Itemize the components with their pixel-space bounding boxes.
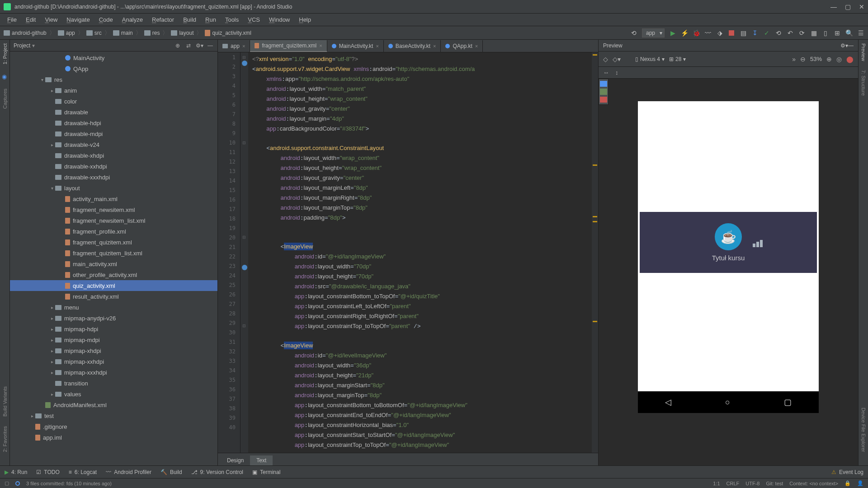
tree-item[interactable]: drawable-xhdpi bbox=[10, 150, 217, 161]
status-line-ending[interactable]: CRLF bbox=[726, 481, 740, 486]
apply-changes-icon[interactable]: ⚡ bbox=[681, 29, 688, 37]
zoom-fit-icon[interactable]: ◎ bbox=[836, 56, 842, 63]
tree-item[interactable]: QApp bbox=[10, 63, 217, 74]
tree-item[interactable]: ▸anim bbox=[10, 85, 217, 96]
tree-item[interactable]: ▸mipmap-xhdpi bbox=[10, 345, 217, 356]
menu-edit[interactable]: Edit bbox=[21, 14, 40, 25]
close-button[interactable]: ✕ bbox=[859, 3, 864, 10]
close-tab-icon[interactable]: × bbox=[376, 43, 378, 49]
status-git-branch[interactable]: Git: test bbox=[766, 481, 783, 486]
project-structure-icon[interactable]: ⊞ bbox=[834, 29, 841, 37]
bottom-logcat[interactable]: ≡ 6: Logcat bbox=[69, 469, 97, 475]
vcs-commit-icon[interactable]: ✓ bbox=[763, 29, 770, 37]
vcs-revert-icon[interactable]: ↶ bbox=[787, 29, 794, 37]
menu-file[interactable]: File bbox=[3, 14, 21, 25]
tree-item[interactable]: quiz_activity.xml bbox=[10, 280, 217, 291]
devices-icon[interactable]: ▯ bbox=[822, 29, 829, 37]
tab-captures[interactable]: Captures bbox=[2, 89, 8, 109]
tree-item[interactable]: main_activity.xml bbox=[10, 258, 217, 269]
bottom-run[interactable]: ▶4: Run bbox=[5, 469, 27, 475]
collapse-all-icon[interactable]: ⊕ bbox=[174, 42, 181, 49]
breadcrumb-item[interactable]: android-github bbox=[4, 30, 47, 36]
tree-item[interactable]: ▸mipmap-anydpi-v26 bbox=[10, 313, 217, 324]
gutter-mark-icon[interactable] bbox=[242, 265, 247, 270]
tree-item[interactable]: drawable bbox=[10, 107, 217, 117]
tab-project[interactable]: 1: Project bbox=[2, 43, 8, 64]
search-icon[interactable]: 🔍 bbox=[845, 29, 853, 37]
maximize-button[interactable]: ▢ bbox=[845, 3, 851, 10]
tree-item[interactable]: fragment_quizitem_list.xml bbox=[10, 248, 217, 258]
warning-marker[interactable] bbox=[593, 54, 597, 56]
bottom-build[interactable]: 🔨 Build bbox=[160, 469, 182, 475]
close-tab-icon[interactable]: × bbox=[433, 43, 436, 49]
palette-icon[interactable]: ◇ bbox=[603, 56, 608, 63]
menu-analyze[interactable]: Analyze bbox=[118, 14, 147, 25]
tree-item[interactable]: fragment_newsitem.xml bbox=[10, 204, 217, 215]
tree-item[interactable]: activity_main.xml bbox=[10, 193, 217, 204]
close-tab-icon[interactable]: × bbox=[475, 43, 478, 49]
editor-tab[interactable]: MainActivity.kt× bbox=[327, 40, 384, 52]
sync-icon[interactable]: ⟲ bbox=[630, 29, 637, 37]
tab-preview-right[interactable]: Preview bbox=[861, 43, 866, 61]
gear-icon[interactable]: ⚙▾ bbox=[196, 42, 203, 49]
debug-icon[interactable]: 🐞 bbox=[693, 29, 700, 37]
pan-v-icon[interactable]: ↕ bbox=[615, 69, 618, 76]
tree-item[interactable]: ▸mipmap-xxhdpi bbox=[10, 356, 217, 367]
tree-item[interactable]: other_profile_activity.xml bbox=[10, 269, 217, 280]
editor-tab[interactable]: fragment_quizitem.xml× bbox=[250, 40, 327, 52]
tree-item[interactable]: drawable-mdpi bbox=[10, 128, 217, 139]
tree-item[interactable]: transition bbox=[10, 378, 217, 389]
menu-help[interactable]: Help bbox=[294, 14, 316, 25]
stop-button[interactable] bbox=[728, 29, 735, 37]
sdk-manager-icon[interactable]: ▦ bbox=[810, 29, 817, 37]
breadcrumb-item[interactable]: src bbox=[86, 30, 102, 36]
hide-panel-icon[interactable]: — bbox=[207, 42, 214, 49]
run-config-dropdown[interactable]: app bbox=[642, 28, 665, 38]
menu-run[interactable]: Run bbox=[201, 14, 221, 25]
gear-icon[interactable]: ⚙▾ bbox=[840, 42, 848, 49]
more-icon[interactable]: » bbox=[792, 56, 796, 63]
run-button[interactable]: ▶ bbox=[669, 29, 676, 37]
scroll-source-icon[interactable]: ⇄ bbox=[185, 42, 192, 49]
bottom-terminal[interactable]: ▣ Terminal bbox=[252, 469, 280, 475]
status-corner-icon[interactable]: ▢ bbox=[5, 480, 9, 486]
tree-item[interactable]: ▸menu bbox=[10, 302, 217, 313]
tree-item[interactable]: ▸test bbox=[10, 410, 217, 421]
status-hector-icon[interactable]: 👤 bbox=[857, 480, 863, 486]
tree-item[interactable]: fragment_profile.xml bbox=[10, 226, 217, 237]
vcs-update-icon[interactable]: ↧ bbox=[751, 29, 759, 37]
tab-favorites[interactable]: 2: Favorites bbox=[2, 426, 8, 452]
device-dropdown[interactable]: ▯ Nexus 4 ▾ bbox=[635, 56, 665, 62]
status-cursor-pos[interactable]: 1:1 bbox=[713, 481, 720, 486]
avd-manager-icon[interactable]: ▤ bbox=[740, 29, 747, 37]
tree-item[interactable]: .gitignore bbox=[10, 421, 217, 432]
design-tab[interactable]: Design bbox=[221, 455, 250, 465]
gutter-mark-icon[interactable] bbox=[242, 61, 247, 66]
vcs-history-icon[interactable]: ⟲ bbox=[775, 29, 782, 37]
zoom-out-icon[interactable]: ⊖ bbox=[800, 56, 806, 63]
breadcrumb-item[interactable]: app bbox=[58, 30, 75, 36]
text-tab[interactable]: Text bbox=[250, 455, 273, 465]
settings-icon[interactable]: ☰ bbox=[857, 29, 864, 37]
tree-item[interactable]: fragment_newsitem_list.xml bbox=[10, 215, 217, 226]
breadcrumb-item[interactable]: layout bbox=[171, 30, 193, 36]
tree-item[interactable]: ▾layout bbox=[10, 183, 217, 193]
close-tab-icon[interactable]: × bbox=[242, 43, 245, 49]
menu-view[interactable]: View bbox=[40, 14, 62, 25]
close-tab-icon[interactable]: × bbox=[319, 43, 322, 48]
sync-project-icon[interactable]: ⟳ bbox=[798, 29, 806, 37]
palette-swatch[interactable] bbox=[600, 89, 607, 94]
tab-structure[interactable]: 7: Structure bbox=[861, 70, 866, 96]
error-stripe[interactable] bbox=[592, 52, 598, 453]
tree-item[interactable]: ▾res bbox=[10, 74, 217, 85]
palette-swatch[interactable] bbox=[600, 97, 607, 103]
palette-swatch[interactable] bbox=[600, 81, 607, 87]
palette-strip[interactable] bbox=[599, 79, 609, 105]
code-editor[interactable]: <?xml version="1.0" encoding="utf-8"?> <… bbox=[249, 52, 592, 453]
tree-item[interactable]: color bbox=[10, 96, 217, 107]
tree-item[interactable]: drawable-xxxhdpi bbox=[10, 172, 217, 183]
tab-captures-icon[interactable]: ◉ bbox=[2, 73, 8, 80]
tree-item[interactable]: app.iml bbox=[10, 432, 217, 443]
tree-item[interactable]: ▸mipmap-xxxhdpi bbox=[10, 367, 217, 378]
menu-navigate[interactable]: Navigate bbox=[62, 14, 94, 25]
